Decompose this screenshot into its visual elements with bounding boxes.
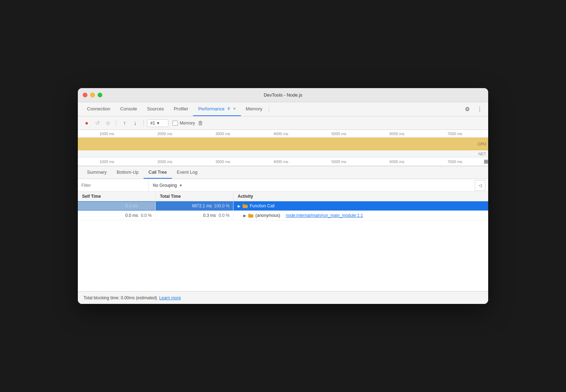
folder-icon xyxy=(243,204,248,208)
table-row[interactable]: 8.4 ms 0.1 % 6872.1 ms 100.0 % ▶ xyxy=(78,201,488,211)
performance-record-icon: 🎙 xyxy=(227,107,231,111)
toolbar-separator-2 xyxy=(143,120,144,127)
ruler-ticks-top: 1000 ms 2000 ms 3000 ms 4000 ms 5000 ms … xyxy=(78,132,488,136)
cancel-button[interactable]: ⊘ xyxy=(103,119,112,128)
delete-recording-button[interactable]: 🗑 xyxy=(198,120,203,126)
tab-summary[interactable]: Summary xyxy=(82,166,112,179)
net-label: NET xyxy=(478,152,486,156)
row1-total-time-cell: 6872.1 ms 100.0 % xyxy=(156,201,233,211)
tab-memory[interactable]: Memory xyxy=(241,102,267,116)
maximize-button[interactable] xyxy=(98,93,102,97)
row2-folder-icon xyxy=(248,213,253,218)
table-body: 8.4 ms 0.1 % 6872.1 ms 100.0 % ▶ xyxy=(78,201,488,220)
row1-activity-label: Function Call xyxy=(250,203,275,208)
titlebar: DevTools - Node.js xyxy=(78,88,488,102)
row2-total-time-bar: 0.3 ms 0.0 % xyxy=(156,211,233,220)
tab-bottom-up[interactable]: Bottom-Up xyxy=(112,166,144,179)
row2-expand-icon[interactable]: ▶ xyxy=(243,214,246,218)
tab-sources[interactable]: Sources xyxy=(142,102,169,116)
toolbar: ● ↺ ⊘ ↑ ↓ #1 ▾ Memory 🗑 xyxy=(78,116,488,130)
filter-bar: No Grouping ▾ ◁ xyxy=(78,179,488,192)
header-total-time: Total Time xyxy=(156,192,233,201)
row2-self-percent-value: 0.0 % xyxy=(141,213,152,218)
row2-self-time-bar: 0.0 ms 0.0 % xyxy=(78,211,155,220)
status-text: Total blocking time: 0.00ms (estimated) xyxy=(83,295,157,300)
refresh-button[interactable]: ↺ xyxy=(93,119,102,128)
row2-total-time-value: 0.3 ms xyxy=(203,213,216,218)
grouping-select[interactable]: No Grouping ▾ xyxy=(149,183,186,188)
cpu-bar[interactable]: CPU xyxy=(78,138,488,150)
row2-total-time-cell: 0.3 ms 0.0 % xyxy=(156,211,233,220)
row2-activity-cell: ▶ (anonymous) node:internal/main/run_mai… xyxy=(233,211,488,220)
table-header: Self Time Total Time Activity xyxy=(78,192,488,201)
tab-call-tree[interactable]: Call Tree xyxy=(144,166,172,179)
settings-button[interactable]: ⚙ xyxy=(463,104,471,114)
more-button[interactable]: ⋮ xyxy=(475,104,484,114)
row2-link[interactable]: node:internal/main/run_main_module:1:1 xyxy=(286,213,363,218)
nav-tabs: Connection Console Sources Profiler Perf… xyxy=(78,102,488,116)
tick2-6000ms: 6000 ms xyxy=(368,160,426,164)
svg-rect-4 xyxy=(248,214,250,215)
tick2-5000ms: 5000 ms xyxy=(310,160,368,164)
nav-actions: ⚙ ⋮ xyxy=(463,104,484,114)
ruler-ticks-bottom: 1000 ms 2000 ms 3000 ms 4000 ms 5000 ms … xyxy=(78,160,488,164)
tab-profiler[interactable]: Profiler xyxy=(169,102,193,116)
timeline-ruler-bottom: 1000 ms 2000 ms 3000 ms 4000 ms 5000 ms … xyxy=(78,157,488,166)
header-self-time: Self Time xyxy=(78,192,156,201)
row2-activity-label: (anonymous) xyxy=(255,213,280,218)
record-button[interactable]: ● xyxy=(82,119,91,128)
minimize-button[interactable] xyxy=(90,93,95,97)
grouping-arrow-icon: ▾ xyxy=(180,183,182,188)
tick-1000ms: 1000 ms xyxy=(78,132,136,136)
export-button[interactable]: ↓ xyxy=(131,119,140,128)
tab-console[interactable]: Console xyxy=(115,102,142,116)
window-title: DevTools - Node.js xyxy=(264,92,302,98)
expand-icon[interactable]: ▶ xyxy=(238,204,241,208)
table-empty-area xyxy=(78,220,488,291)
tick-4000ms: 4000 ms xyxy=(252,132,310,136)
row2-total-percent-value: 0.0 % xyxy=(219,213,230,218)
tick-5000ms: 5000 ms xyxy=(310,132,368,136)
row1-total-time-value: 6872.1 ms xyxy=(192,203,212,208)
timeline-area: 1000 ms 2000 ms 3000 ms 4000 ms 5000 ms … xyxy=(78,130,488,166)
tab-close-icon[interactable]: ✕ xyxy=(233,106,236,111)
tick-2000ms: 2000 ms xyxy=(136,132,194,136)
row1-self-time-bar: 8.4 ms 0.1 % xyxy=(78,202,155,210)
import-button[interactable]: ↑ xyxy=(120,119,129,128)
tab-performance[interactable]: Performance 🎙 ✕ xyxy=(193,102,241,116)
traffic-lights xyxy=(83,93,102,97)
memory-checkbox[interactable] xyxy=(173,121,178,126)
toolbar-separator-1 xyxy=(116,120,116,127)
learn-more-link[interactable]: Learn more xyxy=(159,295,181,300)
tick-6000ms: 6000 ms xyxy=(368,132,426,136)
timeline-ruler-top: 1000 ms 2000 ms 3000 ms 4000 ms 5000 ms … xyxy=(78,130,488,138)
row2-self-time-cell: 0.0 ms 0.0 % xyxy=(78,211,156,220)
row1-self-time-cell: 8.4 ms 0.1 % xyxy=(78,201,156,211)
row1-activity-cell: ▶ Function Call xyxy=(233,201,488,211)
tick2-3000ms: 3000 ms xyxy=(194,160,252,164)
recording-select[interactable]: #1 ▾ xyxy=(147,119,168,127)
tick2-7000ms: 7000 ms xyxy=(426,160,484,164)
row2-self-time-value: 0.0 ms xyxy=(125,213,138,218)
svg-rect-2 xyxy=(243,204,244,205)
tick2-2000ms: 2000 ms xyxy=(136,160,194,164)
collapse-button[interactable]: ◁ xyxy=(475,180,485,191)
status-bar: Total blocking time: 0.00ms (estimated) … xyxy=(78,291,488,304)
table-row[interactable]: 0.0 ms 0.0 % 0.3 ms 0.0 % ▶ xyxy=(78,211,488,220)
tick2-1000ms: 1000 ms xyxy=(78,160,136,164)
tab-event-log[interactable]: Event Log xyxy=(172,166,203,179)
tab-connection[interactable]: Connection xyxy=(82,102,115,116)
close-button[interactable] xyxy=(83,93,87,97)
svg-rect-0 xyxy=(243,205,248,208)
call-tree-table: Self Time Total Time Activity 8.4 ms 0.1… xyxy=(78,192,488,220)
header-activity: Activity xyxy=(233,192,488,201)
nav-divider xyxy=(269,106,269,113)
row1-total-percent-value: 100.0 % xyxy=(214,203,230,208)
cpu-section: CPU xyxy=(78,138,488,150)
svg-rect-3 xyxy=(248,214,253,218)
tick-3000ms: 3000 ms xyxy=(194,132,252,136)
filter-input[interactable] xyxy=(78,179,149,191)
devtools-window: DevTools - Node.js Connection Console So… xyxy=(78,88,488,304)
row1-self-time-value: 8.4 ms xyxy=(125,203,138,208)
memory-checkbox-area: Memory xyxy=(173,121,195,126)
